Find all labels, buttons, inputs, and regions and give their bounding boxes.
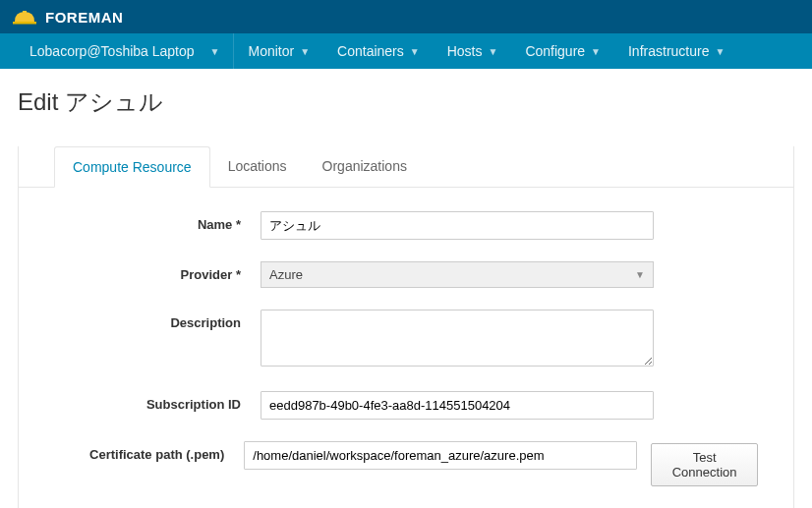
context-switcher-label: Lobacorp@Toshiba Laptop (29, 43, 195, 59)
main-nav: Lobacorp@Toshiba Laptop ▼ Monitor ▼ Cont… (0, 33, 812, 69)
row-provider: Provider * Azure ▼ (54, 261, 758, 288)
row-subscription: Subscription ID (54, 391, 758, 420)
nav-infrastructure-label: Infrastructure (628, 43, 709, 59)
nav-monitor[interactable]: Monitor ▼ (234, 33, 323, 69)
nav-configure-label: Configure (525, 43, 585, 59)
form-panel: Compute Resource Locations Organizations… (18, 145, 794, 508)
provider-selected-value: Azure (269, 267, 303, 282)
tab-locations[interactable]: Locations (210, 146, 305, 188)
nav-hosts[interactable]: Hosts ▼ (434, 33, 512, 69)
test-connection-button[interactable]: Test Connection (651, 443, 758, 486)
brand-text: FOREMAN (45, 9, 123, 26)
chevron-down-icon: ▼ (715, 46, 725, 57)
svg-rect-0 (23, 11, 27, 18)
subscription-label: Subscription ID (54, 391, 261, 412)
description-label: Description (54, 310, 261, 330)
context-switcher[interactable]: Lobacorp@Toshiba Laptop ▼ (16, 33, 233, 69)
chevron-down-icon: ▼ (591, 46, 601, 57)
nav-configure[interactable]: Configure ▼ (511, 33, 614, 69)
nav-containers[interactable]: Containers ▼ (323, 33, 434, 69)
topbar: FOREMAN (0, 0, 812, 33)
tab-compute-resource[interactable]: Compute Resource (54, 146, 210, 188)
subscription-input[interactable] (261, 391, 654, 420)
row-name: Name * (54, 211, 758, 240)
brand-wrap[interactable]: FOREMAN (12, 7, 123, 27)
cert-label: Certificate path (.pem) (54, 441, 244, 462)
row-description: Description (54, 310, 758, 369)
chevron-down-icon: ▼ (210, 46, 220, 57)
svg-rect-1 (13, 22, 36, 25)
chevron-down-icon: ▼ (410, 46, 420, 57)
provider-select[interactable]: Azure ▼ (261, 261, 654, 288)
nav-monitor-label: Monitor (248, 43, 294, 59)
tab-organizations[interactable]: Organizations (305, 146, 425, 188)
chevron-down-icon: ▼ (300, 46, 310, 57)
page-title: Edit アシュル (0, 69, 812, 128)
caret-down-icon: ▼ (635, 269, 645, 280)
tabs: Compute Resource Locations Organizations (19, 145, 793, 188)
form-area: Name * Provider * Azure ▼ Description Su… (19, 188, 793, 508)
nav-hosts-label: Hosts (447, 43, 483, 59)
foreman-logo-icon (12, 7, 37, 27)
nav-containers-label: Containers (337, 43, 404, 59)
row-cert: Certificate path (.pem) Test Connection (54, 441, 758, 486)
name-input[interactable] (261, 211, 654, 240)
cert-input[interactable] (244, 441, 637, 470)
nav-infrastructure[interactable]: Infrastructure ▼ (614, 33, 738, 69)
provider-label: Provider * (54, 261, 261, 282)
description-textarea[interactable] (261, 310, 654, 367)
chevron-down-icon: ▼ (488, 46, 497, 57)
name-label: Name * (54, 211, 261, 232)
